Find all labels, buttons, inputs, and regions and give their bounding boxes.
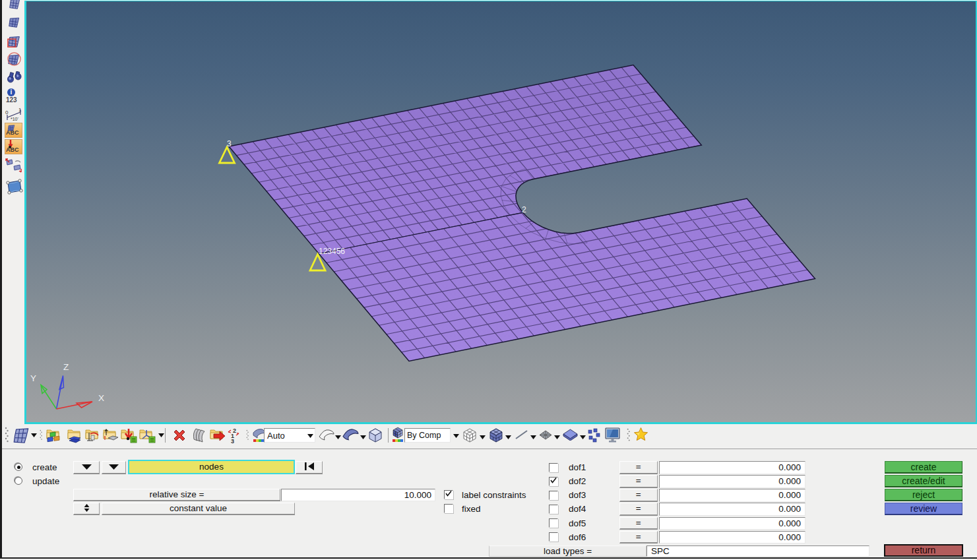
- svg-text:3: 3: [231, 438, 234, 444]
- svg-text:3: 3: [227, 139, 232, 148]
- svg-text:*10': *10': [11, 117, 18, 121]
- svg-text:X: X: [98, 392, 104, 402]
- svg-text:Z: Z: [63, 361, 69, 371]
- svg-text:123456: 123456: [319, 246, 345, 255]
- svg-text:Y: Y: [30, 373, 36, 383]
- svg-text:0: 0: [5, 109, 9, 115]
- svg-text:2: 2: [522, 204, 526, 214]
